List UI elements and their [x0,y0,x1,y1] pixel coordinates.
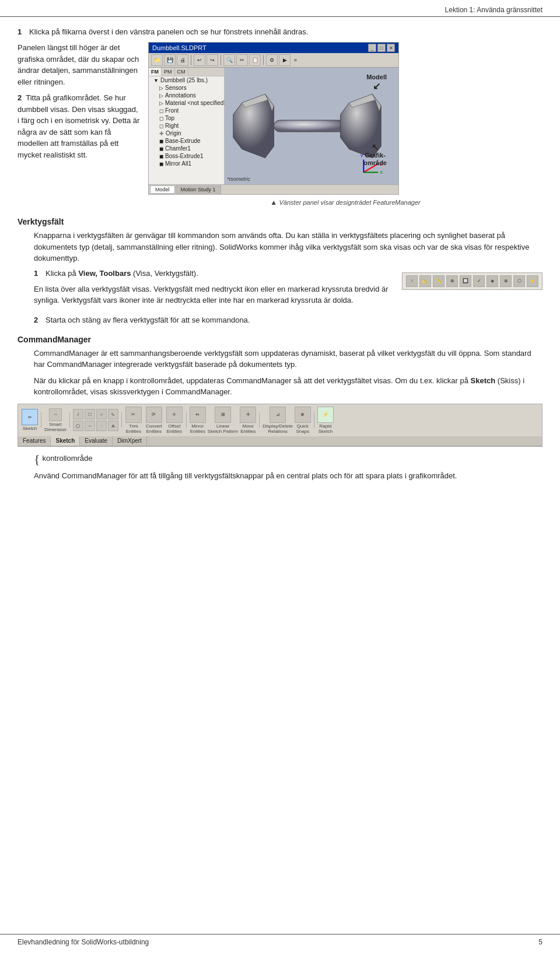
cm-sep-2 [69,412,70,428]
tb-icon-7[interactable]: ◈ [487,275,498,287]
cm-sketch-icon-group: ✏ Sketch [22,409,38,431]
sw-tab-featuremanager[interactable]: FM [149,68,162,76]
sw-tree-material-icon: ▷ [159,100,163,106]
sw-tree-front[interactable]: ◻ Front [149,107,224,114]
kontroll-brace-row: { kontrollområde [34,453,542,466]
cm-rapid-sketch-icon[interactable]: ⚡ [317,407,334,423]
cm-sketch-icon[interactable]: ✏ [22,409,38,425]
cm-tab-features[interactable]: Features [18,436,51,446]
sw-tb-btn-7[interactable]: ✂ [236,54,248,66]
cm-text-icon[interactable]: A [108,421,118,431]
sw-tree-annotations[interactable]: ▷ Annotations [149,92,224,99]
tb-icon-10[interactable]: ⚡ [527,275,538,287]
tb-icon-8[interactable]: ⊗ [500,275,512,287]
sw-tb-btn-4[interactable]: ↩ [194,54,205,66]
commandmanager-para1: CommandManager är ett sammanhangsberoend… [34,348,542,370]
tb-icon-3[interactable]: 📏 [433,275,444,287]
sw-tree-chamfer-icon: ◼ [159,146,163,152]
sw-tree-material[interactable]: ▷ Material <not specified> [149,99,224,107]
sw-tab-model[interactable]: Model [150,186,175,194]
cm-line-tools-row2: ⬡ ~ · A [73,421,118,431]
cm-point-icon[interactable]: · [96,421,107,431]
sw-left-panel: FM PM CM ▼ Dumbbell (25 lbs.) ▷ Sensors [149,68,225,184]
cm-sep-4 [186,412,187,428]
cm-spline-icon[interactable]: ~ [85,421,95,431]
cm-move-icon[interactable]: ✛ [240,407,256,423]
cm-relations-group: ⊿ Display/DeleteRelations [262,407,293,434]
sw-maximize-btn[interactable]: □ [377,44,386,52]
cm-mirror-icon[interactable]: ⇔ [190,407,206,423]
cm-move-group: ✛ MoveEntities [240,407,256,434]
verktygsfalt-step1: 1 Klicka på View, Toolbars (Visa, Verkty… [34,269,393,278]
verktygsfalt-step1-text-col: 1 Klicka på View, Toolbars (Visa, Verkty… [34,269,393,311]
sw-tb-btn-6[interactable]: 🔍 [223,54,235,66]
sw-tree-chamfer[interactable]: ◼ Chamfer1 [149,145,224,152]
cm-snaps-icon[interactable]: ⊕ [295,407,311,423]
cm-snaps-group: ⊕ QuickSnaps [295,407,311,434]
sw-tb-btn-5[interactable]: ↪ [206,54,218,66]
sw-tb-btn-10[interactable]: ▶ [279,54,290,66]
sw-tree-root-label: Dumbbell (25 lbs.) [160,77,208,83]
cm-sep-5 [259,412,260,428]
sw-tree-origin[interactable]: ✛ Origin [149,130,224,137]
cm-rect-icon[interactable]: □ [85,409,95,419]
sw-tree-base-extrude[interactable]: ◼ Base-Extrude [149,137,224,145]
sw-tb-sep-1 [191,55,191,65]
header-title: Lektion 1: Använda gränssnittet [445,6,542,14]
commandmanager-heading: CommandManager [18,335,542,344]
cm-line-tools-group: / □ ○ ∿ ⬡ ~ · A [73,409,118,431]
sw-tree-root[interactable]: ▼ Dumbbell (25 lbs.) [149,76,224,84]
sw-close-btn[interactable]: ✕ [387,44,395,52]
sw-tree-sensors[interactable]: ▷ Sensors [149,84,224,92]
sw-tb-btn-9[interactable]: ⚙ [266,54,278,66]
cm-edit-tools-group: ✂ TrimEntities ⟳ ConvertEntities ≡ Offse… [125,407,183,434]
cm-trim-icon[interactable]: ✂ [125,407,142,423]
cm-offset-icon[interactable]: ≡ [166,407,183,423]
tb-icon-6[interactable]: ✓ [473,275,485,287]
sw-tab-3[interactable]: CM [175,68,188,76]
sw-bottom-bar: Model Motion Study 1 [149,184,398,194]
cm-smart-dim-icon[interactable]: ↔ [49,408,62,421]
tb-icon-9[interactable]: ⬡ [513,275,525,287]
cm-linear-pattern-icon[interactable]: ⊞ [215,407,231,423]
tb-icon-4[interactable]: ⊕ [446,275,458,287]
sw-tree-origin-icon: ✛ [159,131,164,136]
sw-tb-btn-3[interactable]: 🖨 [177,54,188,66]
cm-toolbar-row-main: ✏ Sketch ↔ SmartDimension / □ ○ ∿ ⬡ [18,404,542,436]
sw-toolbar: 📁 💾 🖨 ↩ ↪ 🔍 ✂ 📋 ⚙ ▶ » [149,53,398,68]
sw-tab-motion-study[interactable]: Motion Study 1 [176,186,221,194]
sw-tb-btn-2[interactable]: 💾 [164,54,176,66]
tb-icon-1[interactable]: ↑ [406,275,418,287]
cm-tab-sketch[interactable]: Sketch [51,436,80,446]
page-footer: Elevhandledning för SolidWorks-utbildnin… [0,934,560,950]
page-header: Lektion 1: Använda gränssnittet [0,0,560,17]
tb-icon-5[interactable]: 🔲 [460,275,471,287]
sw-tree-boss-extrude[interactable]: ◼ Boss-Extrude1 [149,152,224,160]
sw-tb-btn-1[interactable]: 📁 [151,54,163,66]
sw-tab-2[interactable]: PM [162,68,175,76]
panel-text-2: 2 Titta på grafikområdet. Se hur dumbbel… [18,92,140,160]
cm-poly-icon[interactable]: ⬡ [73,421,83,431]
cm-tab-evaluate[interactable]: Evaluate [80,436,113,446]
cm-arc-icon[interactable]: ∿ [108,409,118,419]
sw-tb-expand[interactable]: » [294,57,297,63]
cm-tab-dimxpert[interactable]: DimXpert [113,436,147,446]
sw-tree-boss-extrude-label: Boss-Extrude1 [165,153,204,159]
sw-tree-top[interactable]: ◻ Top [149,114,224,122]
cm-smart-dim-label: SmartDimension [44,422,66,432]
panel-left-text: Panelen längst till höger är det grafisk… [18,42,140,206]
sw-tb-sep-2 [220,55,221,65]
svg-text:X: X [380,170,383,175]
cm-line-icon[interactable]: / [73,409,83,419]
tb-icon-2[interactable]: 📐 [419,275,431,287]
cm-convert-icon[interactable]: ⟳ [146,407,162,423]
sw-tree-right[interactable]: ◻ Right [149,122,224,130]
cm-relations-icon[interactable]: ⊿ [270,407,286,423]
sw-tb-btn-8[interactable]: 📋 [249,54,261,66]
sw-tree-top-label: Top [165,115,174,121]
cm-circle-icon[interactable]: ○ [96,409,107,419]
sw-tree-mirror[interactable]: ◼ Mirror All1 [149,160,224,167]
sw-titlebar: Dumbbell.SLDPRT _ □ ✕ [149,43,398,53]
cm-sketch-label: Sketch [23,426,37,431]
sw-minimize-btn[interactable]: _ [368,44,376,52]
